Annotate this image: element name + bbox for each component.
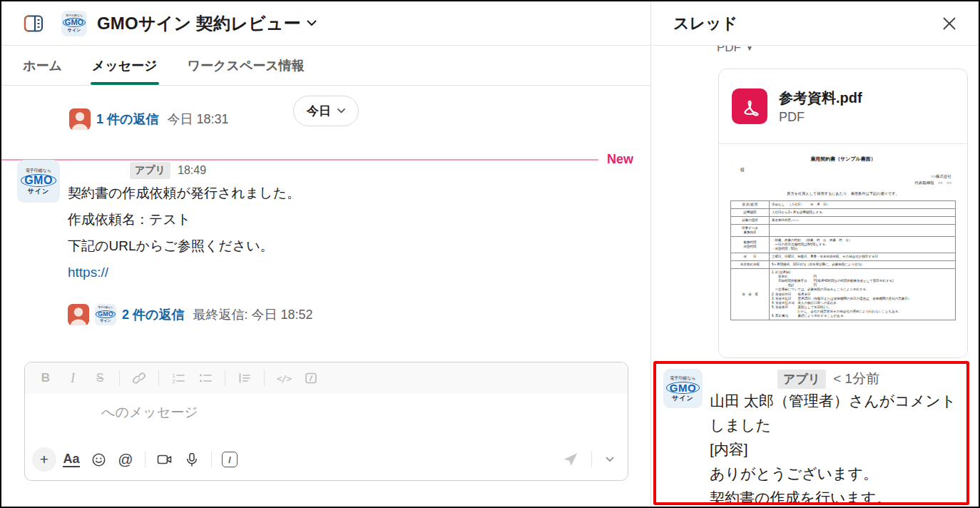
table-row: 勤務時間 休憩時間・始業、終業の時刻 （始業 時 分 終業 時 分） 一日の所定… [731, 236, 956, 253]
message-text-line: 下記のURLからご参照ください。 [68, 233, 300, 259]
input-placeholder: へのメッセージ [101, 405, 198, 420]
pdf-collapse-toggle[interactable]: PDF ▼ [717, 46, 753, 55]
gmo-avatar-tagline: 電子印鑑なら [98, 307, 113, 310]
message-list: 今日 1 件の返信 今日 18:31 New 電子印鑑なら GMO [1, 86, 650, 508]
message-text-line: 契約書の作成依頼が発行されました。 [68, 180, 300, 206]
main-column: 電子印鑑なら GMO サイン GMOサイン 契約レビュー ホーム メッセージ ワ… [1, 1, 651, 507]
slash-commands-button[interactable]: / [219, 447, 240, 472]
reply-timestamp: 今日 18:31 [167, 111, 228, 128]
message-text-line: 山田 太郎（管理者）さんがコメント [710, 389, 959, 413]
blockquote-icon[interactable] [233, 367, 257, 389]
gmo-avatar-tagline: 電子印鑑なら [670, 376, 695, 380]
message-input[interactable]: へのメッセージ [25, 394, 628, 443]
doc-row-text: 土曜日、日曜日、祝祭日、夏季・年末年始休暇、その他会社が指定する日 [770, 253, 956, 261]
emoji-icon[interactable] [86, 447, 111, 472]
doc-representative: 代表取締役 ○○ ○○ [730, 180, 951, 186]
gmo-sign-avatar-small: 電子印鑑なら GMO サイン [95, 304, 116, 325]
reply-count-link[interactable]: 2 件の返信 [122, 306, 184, 323]
message-timestamp: < 1分前 [833, 370, 879, 388]
date-pill-label: 今日 [307, 103, 331, 119]
doc-row-label: 年次有給休暇 [731, 261, 770, 269]
toolbar-divider [591, 452, 592, 467]
tab-workspace-info[interactable]: ワークスペース情報 [188, 46, 305, 85]
person-avatar [69, 108, 91, 130]
slack-window: 電子印鑑なら GMO サイン GMOサイン 契約レビュー ホーム メッセージ ワ… [0, 0, 980, 508]
doc-row-label: 契 約 期 間 [731, 200, 770, 208]
message-url-link[interactable]: https:// [68, 259, 300, 285]
code-button[interactable]: </> [272, 367, 296, 389]
app-icon-gmo: GMO [63, 18, 86, 27]
highlight-message-content: アプリ < 1分前 山田 太郎（管理者）さんがコメント しました [内容] あり… [710, 369, 959, 497]
thread-panel: スレッド PDF ▼ 参考資料.pdf PDF [652, 1, 979, 507]
toolbar-divider [119, 370, 120, 386]
toolbar-divider [158, 370, 159, 386]
toolbar-divider [264, 370, 265, 386]
pdf-preview[interactable]: 雇用契約書（サンプル書面） 様 ○○株式会社 代表取締役 ○○ ○○ 貴方を社員… [719, 143, 967, 357]
bold-button[interactable]: B [34, 367, 58, 389]
chevron-down-icon [337, 108, 345, 113]
send-options-chevron[interactable] [599, 447, 621, 472]
new-divider-label: New [607, 152, 633, 167]
tab-home[interactable]: ホーム [23, 46, 62, 85]
pdf-file-icon [732, 88, 767, 124]
bullet-list-icon[interactable] [193, 367, 218, 389]
thread-summary-2[interactable]: 電子印鑑なら GMO サイン 2 件の返信 最終返信: 今日 18:52 [68, 304, 312, 325]
doc-title: 雇用契約書（サンプル書面） [730, 156, 956, 163]
gmo-avatar-logo: GMO [21, 174, 56, 187]
doc-company-block: ○○株式会社 代表取締役 ○○ ○○ [730, 173, 951, 186]
video-icon[interactable] [153, 447, 177, 472]
composer-actions: + Aa @ / [25, 443, 628, 480]
highlight-message-header: アプリ < 1分前 [777, 369, 959, 389]
link-icon[interactable] [127, 367, 151, 389]
doc-row-label: 従事すべき 業務内容 [731, 224, 770, 236]
app-message-content: アプリ 18:49 契約書の作成依頼が発行されました。 作成依頼名：テスト 下記… [68, 160, 300, 285]
reply-count-link[interactable]: 1 件の返信 [96, 111, 158, 128]
doc-company: ○○株式会社 [730, 173, 951, 180]
pdf-file-type: PDF [779, 110, 862, 125]
format-toggle-label: Aa [63, 452, 79, 468]
thread-summary-1[interactable]: 1 件の返信 今日 18:31 [69, 108, 228, 130]
tab-messages-label: メッセージ [92, 57, 158, 74]
ordered-list-icon[interactable]: 12 [166, 367, 190, 389]
app-message-header: アプリ 18:49 [130, 161, 300, 180]
pdf-file-name: 参考資料.pdf [779, 88, 862, 108]
date-pill-button[interactable]: 今日 [293, 96, 359, 126]
doc-row-text: 6ヶ月間継続、10日付与（次年度以降に、就業規則により付与） [770, 261, 956, 269]
sidebar-toggle-icon[interactable] [21, 12, 46, 35]
gmo-avatar-logo: GMO [96, 310, 116, 318]
doc-row-label: 賃 金 等 [731, 269, 770, 320]
format-toggle-button[interactable]: Aa [59, 447, 83, 472]
message-text-line: しました [710, 413, 959, 437]
pdf-file-card[interactable]: 参考資料.pdf PDF [719, 69, 967, 143]
close-icon[interactable] [939, 13, 960, 34]
code-block-icon[interactable] [299, 367, 323, 389]
toolbar-divider [211, 452, 212, 467]
message-timestamp: 18:49 [178, 164, 206, 177]
tab-messages[interactable]: メッセージ [92, 46, 158, 85]
table-row: 賃 金 等1. 給与(月額) 基本給 円 定額時間外勤務手当 円(毎月40時間分… [731, 269, 956, 320]
mention-button[interactable]: @ [113, 447, 138, 472]
tab-bar: ホーム メッセージ ワークスペース情報 [1, 46, 650, 86]
message-composer[interactable]: B I S 12 [24, 362, 628, 481]
table-row: 契 約 期 間定めなし （入社日： 年 月 日） [731, 200, 956, 208]
highlighted-thread-message: 電子印鑑なら GMO サイン アプリ < 1分前 山田 太郎（管理者）さんがコメ… [653, 361, 969, 505]
thread-body: PDF ▼ 参考資料.pdf PDF 雇用契約書（サンプル書面） 様 [652, 46, 979, 507]
doc-row-text: 東京都渋谷区○○○○ [770, 216, 956, 224]
microphone-icon[interactable] [180, 447, 204, 472]
active-tab-underline [91, 82, 159, 85]
doc-row-text: 1. 給与(月額) 基本給 円 定額時間外勤務手当 円(毎月40時間分の時間外勤… [770, 269, 956, 320]
attach-plus-button[interactable]: + [32, 447, 56, 472]
doc-row-label: 就業の場所 [731, 216, 770, 224]
send-icon[interactable] [557, 447, 584, 472]
strikethrough-button[interactable]: S [88, 367, 112, 389]
italic-button[interactable]: I [61, 367, 85, 389]
reply-timestamp: 最終返信: 今日 18:52 [193, 306, 312, 323]
slash-commands-label: / [222, 452, 238, 467]
doc-table: 契 約 期 間定めなし （入社日： 年 月 日） 試用期間入社日から3ヶ月を試用… [730, 200, 956, 320]
gmo-sign-avatar: 電子印鑑なら GMO サイン [663, 369, 703, 408]
table-row: 年次有給休暇6ヶ月間継続、10日付与（次年度以降に、就業規則により付与） [731, 261, 956, 269]
table-row: 就業の場所東京都渋谷区○○○○ [731, 216, 956, 224]
doc-row-text: 定めなし （入社日： 年 月 日） [770, 200, 956, 208]
gmo-avatar-tagline: 電子印鑑なら [26, 168, 51, 173]
channel-title[interactable]: GMOサイン 契約レビュー [97, 12, 317, 35]
